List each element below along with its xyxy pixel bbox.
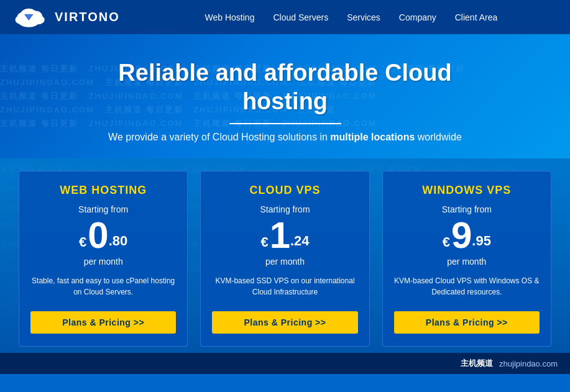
navbar: VIRTONO Web Hosting Cloud Servers Servic… bbox=[0, 0, 570, 34]
card-cloud-vps-price: € 1 .24 bbox=[212, 217, 357, 254]
card-cloud-vps-desc: KVM-based SSD VPS on our international C… bbox=[212, 275, 357, 300]
card-web-hosting-desc: Stable, fast and easy to use cPanel host… bbox=[30, 275, 176, 300]
footer-brand: 主机频道 bbox=[461, 358, 493, 369]
card-windows-vps-starting: Starting from bbox=[394, 204, 540, 214]
nav-cloud-servers[interactable]: Cloud Servers bbox=[273, 12, 328, 22]
card-cloud-vps-starting: Starting from bbox=[212, 204, 357, 214]
logo-icon bbox=[12, 5, 50, 30]
hero-heading: Reliable and affordable Cloud hosting bbox=[12, 59, 558, 116]
nav-web-hosting[interactable]: Web Hosting bbox=[205, 12, 255, 22]
card-cloud-vps-btn[interactable]: Plans & Pricing >> bbox=[212, 311, 357, 334]
card-windows-vps-btn[interactable]: Plans & Pricing >> bbox=[394, 311, 540, 334]
card-web-hosting: WEB HOSTING Starting from € 0 .80 per mo… bbox=[19, 171, 188, 347]
hero-divider bbox=[229, 123, 341, 124]
card-windows-vps-price: € 9 .95 bbox=[394, 217, 540, 254]
card-web-hosting-period: per month bbox=[30, 257, 176, 267]
card-windows-vps: WINDOWS VPS Starting from € 9 .95 per mo… bbox=[382, 171, 551, 347]
card-cloud-vps-period: per month bbox=[212, 257, 357, 267]
nav-links: Web Hosting Cloud Servers Services Compa… bbox=[145, 12, 558, 22]
card-web-hosting-btn[interactable]: Plans & Pricing >> bbox=[30, 311, 176, 334]
footer-bar: 主机频道 zhujipindao.com bbox=[0, 353, 570, 374]
hero-section: 主机频道 每日更新 ZHUJIPINDAO.COM 主机频道 每日更新 ZHUJ… bbox=[0, 34, 570, 158]
hero-subtext: We provide a variety of Cloud Hosting so… bbox=[12, 132, 558, 143]
cards-section: 主机频道 每日更新 ZHUJIPINDAO.COM 主机频道 每日更新 ZHUJ… bbox=[0, 158, 570, 353]
card-cloud-vps: CLOUD VPS Starting from € 1 .24 per mont… bbox=[200, 171, 369, 347]
card-windows-vps-title: WINDOWS VPS bbox=[394, 184, 540, 197]
footer-url: zhujipindao.com bbox=[499, 359, 558, 368]
cards-container: WEB HOSTING Starting from € 0 .80 per mo… bbox=[19, 171, 551, 347]
card-web-hosting-price: € 0 .80 bbox=[30, 217, 176, 254]
nav-client-area[interactable]: Client Area bbox=[455, 12, 497, 22]
card-web-hosting-title: WEB HOSTING bbox=[30, 184, 176, 197]
nav-services[interactable]: Services bbox=[347, 12, 380, 22]
card-windows-vps-period: per month bbox=[394, 257, 540, 267]
nav-company[interactable]: Company bbox=[399, 12, 436, 22]
card-cloud-vps-title: CLOUD VPS bbox=[212, 184, 357, 197]
logo-area[interactable]: VIRTONO bbox=[12, 5, 120, 30]
card-windows-vps-desc: KVM-based Cloud VPS with Windows OS & De… bbox=[394, 275, 540, 300]
card-web-hosting-starting: Starting from bbox=[30, 204, 176, 214]
logo-text: VIRTONO bbox=[55, 10, 120, 24]
